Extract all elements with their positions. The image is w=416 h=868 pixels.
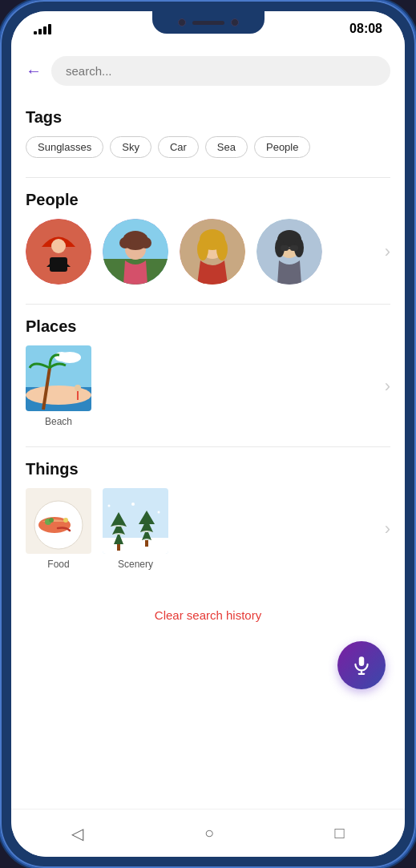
- front-camera: [178, 18, 186, 26]
- tag-car[interactable]: Car: [158, 136, 199, 158]
- thing-thumb-scenery: [103, 488, 168, 554]
- svg-point-46: [131, 503, 135, 506]
- tags-title: Tags: [26, 108, 390, 127]
- place-label-beach: Beach: [45, 416, 72, 427]
- tag-sea[interactable]: Sea: [205, 136, 248, 158]
- places-chevron[interactable]: ›: [385, 376, 390, 397]
- svg-rect-49: [359, 656, 365, 666]
- svg-rect-37: [103, 538, 168, 554]
- avatar-image-4: [256, 219, 322, 285]
- svg-rect-19: [281, 245, 289, 251]
- svg-point-35: [63, 518, 68, 523]
- thing-label-food: Food: [47, 559, 69, 570]
- avatar-image-2: [103, 219, 168, 285]
- svg-rect-22: [26, 345, 91, 390]
- thing-label-scenery: Scenery: [118, 559, 153, 570]
- nav-recent-button[interactable]: □: [319, 816, 361, 850]
- svg-point-47: [158, 511, 160, 514]
- mic-area: [11, 641, 405, 702]
- places-row: Beach ›: [26, 345, 390, 440]
- svg-point-7: [119, 237, 131, 248]
- front-sensor: [231, 18, 239, 26]
- svg-rect-41: [117, 544, 120, 551]
- svg-point-26: [26, 386, 91, 405]
- tags-section: Tags Sunglasses Sky Car Sea People: [11, 95, 405, 177]
- people-row: ›: [26, 219, 390, 297]
- status-time: 08:08: [349, 22, 382, 36]
- tag-sunglasses[interactable]: Sunglasses: [26, 136, 103, 158]
- svg-rect-45: [145, 540, 148, 547]
- svg-point-28: [75, 385, 81, 391]
- thing-scenery-item[interactable]: Scenery: [103, 488, 168, 570]
- tag-people[interactable]: People: [254, 136, 310, 158]
- phone-screen: 08:08 ← Tags Sunglasses Sky Car Sea Peop…: [11, 11, 405, 857]
- svg-point-48: [108, 505, 111, 507]
- svg-point-8: [140, 237, 151, 248]
- bottom-nav: ◁ ○ □: [11, 809, 405, 857]
- main-content: ← Tags Sunglasses Sky Car Sea People: [11, 46, 405, 809]
- notch: [152, 11, 265, 34]
- thing-thumb-food: [26, 488, 91, 554]
- thing-food-item[interactable]: Food: [26, 488, 91, 570]
- place-thumb-beach: [26, 345, 91, 411]
- tag-sky[interactable]: Sky: [110, 136, 151, 158]
- things-chevron[interactable]: ›: [385, 519, 390, 539]
- people-title: People: [26, 191, 390, 209]
- svg-point-12: [197, 238, 208, 260]
- search-area: ←: [11, 46, 405, 95]
- tags-row: Sunglasses Sky Car Sea People: [26, 136, 390, 171]
- search-bar[interactable]: [51, 56, 390, 86]
- things-section: Things: [11, 447, 405, 589]
- svg-point-24: [55, 352, 69, 361]
- avatar-2[interactable]: [103, 219, 168, 285]
- people-section: People: [11, 178, 405, 304]
- things-row: Food: [26, 488, 390, 583]
- place-beach-item[interactable]: Beach: [26, 345, 91, 427]
- mic-button[interactable]: [337, 641, 386, 689]
- avatar-image-1: [26, 219, 91, 285]
- svg-point-34: [49, 518, 54, 523]
- things-title: Things: [26, 460, 390, 478]
- people-chevron[interactable]: ›: [385, 241, 390, 262]
- search-input[interactable]: [66, 64, 376, 78]
- avatar-4[interactable]: [256, 219, 322, 285]
- places-title: Places: [26, 317, 390, 336]
- nav-home-button[interactable]: ○: [188, 816, 230, 850]
- mic-icon: [351, 655, 372, 676]
- places-section: Places: [11, 305, 405, 446]
- svg-rect-2: [50, 257, 67, 272]
- avatar-3[interactable]: [180, 219, 245, 285]
- svg-point-1: [51, 239, 66, 253]
- speaker: [192, 21, 224, 25]
- avatar-image-3: [180, 219, 245, 285]
- back-button[interactable]: ←: [26, 62, 42, 80]
- avatar-1[interactable]: [26, 219, 91, 285]
- signal-icon: [34, 24, 51, 34]
- clear-history-button[interactable]: Clear search history: [11, 589, 405, 641]
- svg-point-13: [216, 238, 228, 260]
- phone-shell: 08:08 ← Tags Sunglasses Sky Car Sea Peop…: [0, 0, 416, 868]
- nav-back-button[interactable]: ◁: [55, 816, 99, 851]
- svg-rect-20: [290, 245, 298, 251]
